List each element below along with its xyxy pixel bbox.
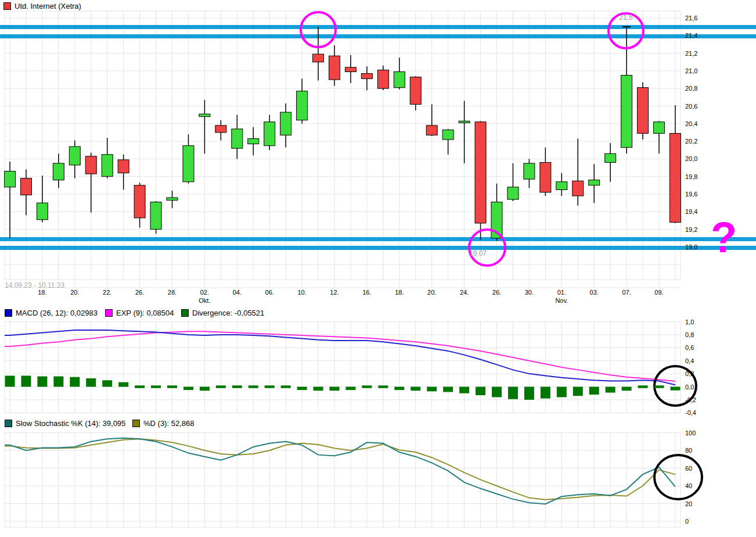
candle-body <box>556 182 567 190</box>
y-tick-label: 0 <box>685 518 689 525</box>
candle-body <box>20 178 31 195</box>
chart-canvas: 18.20.22.26.28.02.Okt.04.06.10.12.16.18.… <box>0 0 756 537</box>
high-price-annotation: 21,5 <box>612 13 640 22</box>
candle-body <box>232 129 243 148</box>
candle-body <box>53 163 64 180</box>
macd-line <box>5 330 675 385</box>
x-tick-label: 04. <box>233 289 242 296</box>
candle <box>524 159 535 188</box>
candle-body <box>361 73 372 78</box>
candle <box>394 58 405 90</box>
histogram-bar <box>541 387 550 399</box>
candle-body <box>540 162 551 192</box>
x-tick-label: 26. <box>135 289 144 296</box>
candle-body <box>297 91 308 120</box>
divergence-legend-label: Divergence: -0,05521 <box>192 309 264 317</box>
candle <box>361 66 372 90</box>
histogram-bar <box>86 378 96 387</box>
candle <box>264 115 275 151</box>
candle-body <box>654 122 665 134</box>
y-tick-label: 21,0 <box>685 67 697 74</box>
y-tick-label: 21,4 <box>685 32 697 39</box>
histogram-bar <box>249 385 258 388</box>
x-axis: 18.20.22.26.28.02.Okt.04.06.10.12.16.18.… <box>38 280 663 304</box>
x-month-label: Okt. <box>199 297 210 304</box>
candle <box>37 176 48 222</box>
histogram-bar <box>53 377 63 387</box>
x-tick-label: 03. <box>590 289 599 296</box>
histogram-bar <box>216 385 226 388</box>
candle-body <box>134 185 145 218</box>
x-tick-label: 30. <box>525 289 534 296</box>
candle-body <box>669 133 681 222</box>
x-tick-label: 24. <box>460 289 469 296</box>
macd-panel: 1,00,80,60,40,20,0-0,2-0,4 <box>5 318 696 417</box>
candle <box>621 27 632 153</box>
histogram-bar <box>524 387 534 400</box>
candle <box>118 155 129 190</box>
x-tick-label: 12. <box>330 289 339 296</box>
candle-body <box>199 114 210 117</box>
candle <box>638 83 649 139</box>
histogram-bar <box>557 387 567 398</box>
y-tick-label: 19,6 <box>685 191 697 198</box>
question-mark-annotation: ? <box>711 216 737 259</box>
candle-body <box>150 202 161 230</box>
x-tick-label: 20. <box>427 289 436 296</box>
candle <box>654 121 665 153</box>
candle-body <box>589 180 600 185</box>
candle-body <box>605 153 616 162</box>
histogram-bar <box>589 387 599 395</box>
candle-body <box>507 187 519 199</box>
x-tick-label: 01. <box>557 289 566 296</box>
y-tick-label: 19,4 <box>685 208 697 215</box>
y-tick-label: 20,8 <box>685 85 697 92</box>
histogram-bar <box>135 385 145 388</box>
candle-body <box>280 112 291 135</box>
x-tick-label: 28. <box>168 289 177 296</box>
histogram-bar <box>492 387 502 398</box>
highlight-band <box>0 237 756 241</box>
x-tick-label: 07. <box>622 289 631 296</box>
y-tick-label: -0,4 <box>685 409 696 416</box>
candle-body <box>475 122 486 223</box>
price-series-marker-icon <box>3 2 11 10</box>
candle-body <box>621 75 632 147</box>
candle <box>85 153 96 213</box>
candle-body <box>573 181 584 196</box>
histogram-bar <box>606 387 615 393</box>
histogram-bar <box>443 387 453 392</box>
candle-body <box>410 77 421 105</box>
candle-body <box>183 146 194 182</box>
candle <box>573 139 584 206</box>
candle <box>459 101 470 163</box>
highlight-circles <box>301 12 643 266</box>
candle <box>442 129 453 155</box>
x-tick-label: 22. <box>103 289 111 296</box>
candle <box>540 148 551 196</box>
candle <box>280 103 291 148</box>
y-tick-label: 0,4 <box>685 357 694 364</box>
y-tick-label: 40 <box>685 482 692 489</box>
candle <box>605 143 616 182</box>
histogram-bar <box>232 385 242 388</box>
stochastic-highlight-circle <box>654 455 702 499</box>
x-tick-label: 02. <box>200 289 209 296</box>
stochastic-k-legend-label: Slow Stochastic %K (14): 39,095 <box>16 419 125 428</box>
candle-body <box>167 198 178 201</box>
histogram-bar <box>297 387 307 391</box>
candle-body <box>313 54 324 62</box>
stochastic-d-legend-label: %D (3): 52,868 <box>143 419 194 428</box>
macd-legend-label: MACD (26, 12): 0,02983 <box>16 309 98 317</box>
candle <box>199 100 210 153</box>
candle <box>426 104 437 136</box>
histogram-bar <box>654 385 664 388</box>
histogram-bar <box>70 377 80 387</box>
candle <box>183 134 194 184</box>
stochastic-d-line <box>5 439 675 499</box>
candle <box>248 127 259 155</box>
histogram-bar <box>573 387 583 396</box>
y-tick-label: 60 <box>685 465 692 472</box>
histogram-bar <box>21 375 31 386</box>
candle <box>669 105 681 223</box>
